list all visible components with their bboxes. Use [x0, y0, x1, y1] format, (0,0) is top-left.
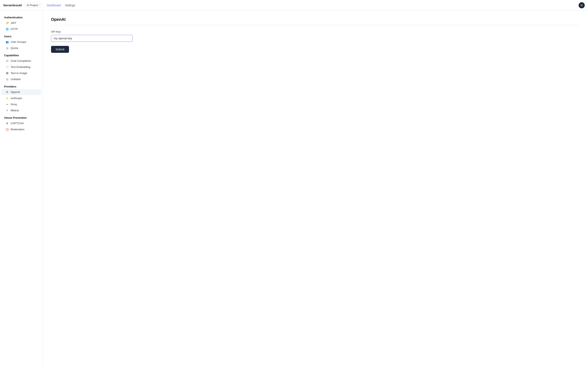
sidebar-label-openai: OpenAI [11, 91, 20, 94]
topnav: ServerlessAI AI Project ▿ Dashboard Sett… [0, 0, 588, 11]
sidebar-item-anthropic[interactable]: Anthropic [1, 95, 42, 101]
anthropic-icon [5, 97, 9, 100]
sidebar-label-groq: Groq [11, 103, 17, 106]
sidebar-label-quota: Quota [11, 47, 18, 50]
sidebar-item-text-to-image[interactable]: Text to Image [1, 70, 42, 76]
sidebar-label-user-groups: User Groups [11, 40, 26, 43]
groq-icon [5, 103, 9, 106]
sidebar-section-title-abuse-prevention: Abuse Prevention [0, 115, 43, 120]
sidebar-label-text-to-image: Text to Image [11, 72, 27, 75]
sidebar: Authentication JWT HTTP Users User Group… [0, 11, 43, 367]
openai-icon [5, 91, 9, 94]
sidebar-item-openai[interactable]: OpenAI [1, 89, 42, 95]
project-selector[interactable]: AI Project ▿ [24, 3, 43, 8]
sidebar-section-title-providers: Providers [0, 84, 43, 89]
user-avatar[interactable]: U [579, 2, 585, 8]
mistral-icon [5, 109, 9, 112]
sidebar-label-unlisted: Unlisted [11, 78, 21, 81]
captcha-icon [5, 122, 9, 125]
sidebar-label-text-embedding: Text Embedding [11, 66, 30, 68]
users-icon [5, 41, 9, 43]
api-key-form: API Key Submit [51, 30, 580, 53]
sidebar-item-moderation[interactable]: Moderation [1, 126, 42, 132]
sidebar-label-jwt: JWT [11, 21, 16, 25]
sidebar-item-captcha[interactable]: CAPTCHA [1, 120, 42, 126]
sidebar-item-text-embedding[interactable]: Text Embedding [1, 64, 42, 70]
key-icon [5, 22, 9, 25]
chevron-down-icon: ▿ [39, 4, 40, 7]
api-key-label: API Key [51, 30, 580, 33]
sidebar-item-unlisted[interactable]: Unlisted [1, 76, 42, 82]
sidebar-item-http[interactable]: HTTP [1, 26, 42, 32]
project-name: AI Project [26, 4, 38, 7]
embed-icon [5, 66, 9, 68]
sidebar-label-mistral: Mistral [11, 109, 19, 112]
sidebar-item-chat-completion[interactable]: Chat Completion [1, 58, 42, 64]
globe-icon [5, 28, 9, 31]
quota-icon [5, 47, 9, 50]
moderation-icon [5, 128, 9, 131]
sidebar-section-title-users: Users [0, 34, 43, 39]
sidebar-label-moderation: Moderation [11, 128, 25, 131]
api-key-input[interactable] [51, 35, 133, 42]
sidebar-item-quota[interactable]: Quota [1, 45, 42, 51]
sidebar-section-abuse-prevention: Abuse Prevention CAPTCHA Moderation [0, 115, 43, 132]
sidebar-item-jwt[interactable]: JWT [1, 20, 42, 26]
nav-settings[interactable]: Settings [65, 4, 75, 7]
sidebar-label-chat-completion: Chat Completion [11, 59, 31, 62]
sidebar-item-groq[interactable]: Groq [1, 101, 42, 107]
sidebar-label-captcha: CAPTCHA [11, 122, 24, 125]
sidebar-section-title-authentication: Authentication [0, 15, 43, 20]
sidebar-label-anthropic: Anthropic [11, 97, 22, 100]
sidebar-item-user-groups[interactable]: User Groups [1, 39, 42, 45]
sidebar-section-providers: Providers OpenAI Anthropic Groq Mistral [0, 84, 43, 113]
sidebar-section-authentication: Authentication JWT HTTP [0, 15, 43, 32]
unlisted-icon [5, 78, 9, 81]
sidebar-item-mistral[interactable]: Mistral [1, 108, 42, 113]
sidebar-section-title-capabilities: Capabilities [0, 53, 43, 58]
page-title: OpenAI [51, 17, 580, 22]
sidebar-section-capabilities: Capabilities Chat Completion Text Embedd… [0, 53, 43, 82]
sidebar-label-http: HTTP [11, 27, 18, 31]
sidebar-section-users: Users User Groups Quota [0, 34, 43, 51]
chat-icon [5, 59, 9, 62]
section-divider [51, 25, 580, 25]
image-icon [5, 72, 9, 75]
nav-links: Dashboard Settings [47, 4, 75, 7]
app-layout: Authentication JWT HTTP Users User Group… [0, 11, 588, 367]
nav-dashboard[interactable]: Dashboard [47, 4, 61, 7]
app-logo: ServerlessAI [3, 3, 22, 7]
submit-button[interactable]: Submit [51, 46, 69, 53]
main-content: OpenAI API Key Submit [43, 11, 588, 367]
